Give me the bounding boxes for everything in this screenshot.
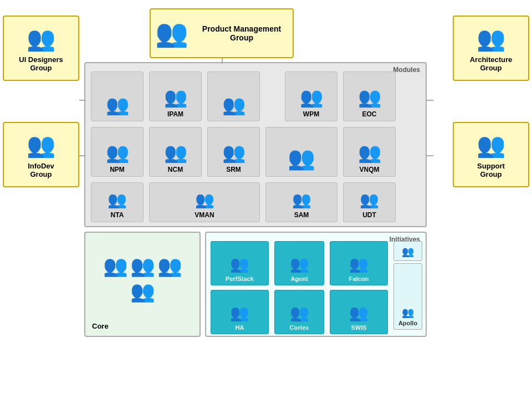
ui-designers-label: UI DesignersGroup (19, 55, 63, 72)
module-cell-ipam: 👥 IPAM (149, 71, 202, 121)
initiative-agent-label: Agent (290, 275, 308, 282)
module-cell-unnamed3: 👥 (265, 127, 337, 177)
initiative-apollo: 👥 Apollo (393, 263, 422, 330)
module-cell-ncm: 👥 NCM (149, 127, 202, 177)
initiative-swis: 👥 SWIS (330, 290, 388, 334)
support-icon: 👥 (477, 131, 505, 158)
connector-modules-arch (427, 100, 433, 101)
module-sam-label: SAM (294, 211, 309, 219)
connector-infodev-modules (79, 155, 86, 156)
initiative-perfstack-label: PerfStack (226, 275, 254, 282)
module-vnqm-label: VNQM (360, 166, 380, 173)
initiative-cortex-label: Cortex (290, 324, 309, 331)
initiatives-container: Initiatives 👥 PerfStack 👥 Agent 👥 Falcon… (205, 232, 427, 337)
module-udt-label: UDT (362, 211, 376, 219)
core-container: 👥 👥 👥 👥 Core (84, 232, 201, 337)
module-ncm-label: NCM (168, 166, 183, 173)
module-ipam-label: IPAM (167, 110, 183, 118)
initiative-falcon: 👥 Falcon (330, 241, 388, 285)
architecture-icon: 👥 (477, 25, 505, 52)
module-cell-srm: 👥 SRM (207, 127, 260, 177)
initiative-apollo-top: 👥 (393, 241, 422, 261)
module-cell-wpm: 👥 WPM (285, 71, 337, 121)
initiative-cortex: 👥 Cortex (274, 290, 324, 334)
architecture-label: ArchitectureGroup (470, 55, 513, 72)
initiative-perfstack: 👥 PerfStack (211, 241, 269, 285)
product-management-icon: 👥 (155, 18, 188, 49)
initiative-apollo-label: Apollo (398, 320, 417, 326)
module-wpm-label: WPM (303, 110, 319, 118)
initiative-ha: 👥 HA (211, 290, 269, 334)
diagram: 👥 Product Management Group 👥 UI Designer… (0, 0, 532, 399)
ui-designers-icon: 👥 (27, 25, 55, 52)
modules-label: Modules (393, 66, 420, 74)
support-group: 👥 SupportGroup (453, 122, 529, 187)
modules-container: Modules 👥 👥 IPAM 👥 👥 WPM 👥 EOC 👥 (84, 62, 427, 227)
module-vman-label: VMAN (195, 211, 214, 219)
module-cell-udt: 👥 UDT (343, 182, 396, 222)
module-cell-npm: 👥 NPM (91, 127, 144, 177)
ui-designers-group: 👥 UI DesignersGroup (3, 16, 79, 81)
infodev-icon: 👥 (27, 131, 55, 158)
module-nta-label: NTA (111, 211, 124, 219)
initiative-falcon-label: Falcon (349, 275, 369, 282)
module-cell-eoc: 👥 EOC (343, 71, 396, 121)
module-npm-label: NPM (110, 166, 125, 173)
module-cell-unnamed1: 👥 (91, 71, 144, 121)
module-cell-vman: 👥 VMAN (149, 182, 260, 222)
module-eoc-label: EOC (362, 110, 376, 118)
architecture-group: 👥 ArchitectureGroup (453, 16, 529, 81)
initiative-agent: 👥 Agent (274, 241, 324, 285)
infodev-group: 👥 InfoDevGroup (3, 122, 79, 187)
module-cell-sam: 👥 SAM (265, 182, 337, 222)
connector-modules-support (427, 155, 433, 156)
initiative-swis-label: SWIS (351, 324, 366, 331)
initiative-ha-label: HA (236, 324, 244, 331)
connector-pm-modules (222, 58, 223, 64)
support-label: SupportGroup (477, 162, 505, 178)
module-srm-label: SRM (226, 166, 241, 173)
product-management-group: 👥 Product Management Group (150, 8, 294, 58)
product-management-label: Product Management Group (195, 24, 288, 42)
module-cell-unnamed2: 👥 (207, 71, 260, 121)
connector-ui-modules (79, 100, 86, 101)
infodev-label: InfoDevGroup (28, 162, 54, 178)
core-label: Core (92, 322, 109, 330)
module-cell-vnqm: 👥 VNQM (343, 127, 396, 177)
module-cell-nta: 👥 NTA (91, 182, 144, 222)
